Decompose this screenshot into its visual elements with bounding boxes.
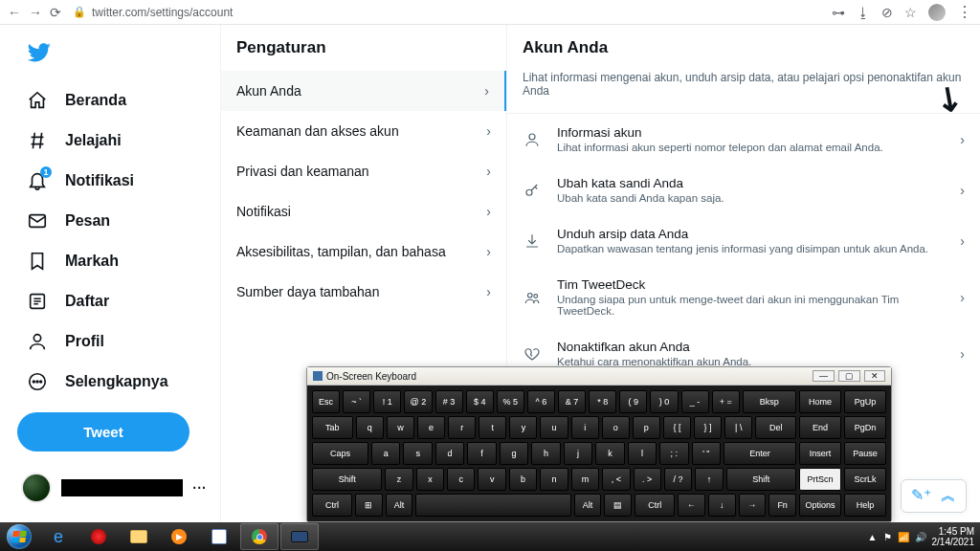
close-button[interactable]: ✕ bbox=[864, 370, 885, 382]
osk-key[interactable]: _ - bbox=[681, 390, 709, 413]
osk-key[interactable]: d bbox=[435, 442, 464, 465]
reload-button[interactable]: ⟳ bbox=[50, 5, 61, 20]
account-item-archive[interactable]: Unduh arsip data AndaDapatkan wawasan te… bbox=[507, 215, 980, 266]
osk-key[interactable]: End bbox=[799, 416, 841, 439]
osk-key[interactable]: f bbox=[467, 442, 496, 465]
osk-key[interactable]: ' " bbox=[692, 442, 721, 465]
osk-key[interactable]: , < bbox=[602, 468, 630, 491]
osk-key[interactable]: Options bbox=[799, 494, 841, 517]
start-button[interactable] bbox=[0, 522, 38, 551]
osk-key[interactable]: * 8 bbox=[589, 390, 616, 413]
osk-key[interactable]: Del bbox=[755, 416, 796, 439]
tweet-button[interactable]: Tweet bbox=[17, 412, 189, 452]
taskbar-app-calendar[interactable] bbox=[200, 523, 238, 550]
osk-key[interactable]: h bbox=[531, 442, 560, 465]
tray-show-hidden-icon[interactable]: ▲ bbox=[868, 532, 878, 542]
osk-key[interactable]: → bbox=[739, 494, 767, 517]
osk-key[interactable]: ~ ` bbox=[343, 390, 370, 413]
sidebar-item-more[interactable]: Selengkapnya bbox=[17, 363, 211, 401]
osk-key[interactable]: ( 9 bbox=[619, 390, 647, 413]
account-item-tweetdeck[interactable]: Tim TweetDeckUndang siapa pun untuk meng… bbox=[507, 266, 980, 328]
osk-key[interactable]: Pause bbox=[844, 442, 886, 465]
key-icon[interactable]: ⊶ bbox=[832, 5, 845, 20]
account-item-password[interactable]: Ubah kata sandi AndaUbah kata sandi Anda… bbox=[507, 165, 980, 215]
osk-key[interactable]: ) 0 bbox=[650, 390, 678, 413]
osk-key[interactable]: { [ bbox=[663, 416, 691, 439]
taskbar-app-chrome[interactable] bbox=[240, 523, 278, 550]
osk-key[interactable]: . > bbox=[634, 468, 661, 491]
osk-key[interactable]: ⊞ bbox=[355, 494, 383, 517]
osk-key[interactable]: ^ 6 bbox=[527, 390, 555, 413]
osk-key[interactable]: p bbox=[633, 416, 660, 439]
osk-key[interactable]: w bbox=[387, 416, 414, 439]
forward-button[interactable]: → bbox=[29, 5, 42, 20]
sidebar-item-profile[interactable]: Profil bbox=[17, 322, 211, 361]
osk-key[interactable]: ↑ bbox=[695, 468, 723, 491]
osk-key[interactable]: ! 1 bbox=[373, 390, 401, 413]
osk-key[interactable]: Ctrl bbox=[635, 494, 675, 517]
osk-key[interactable]: o bbox=[602, 416, 630, 439]
install-icon[interactable]: ⭳ bbox=[857, 5, 870, 20]
sidebar-item-home[interactable]: Beranda bbox=[17, 81, 211, 120]
compose-icon[interactable]: ✎⁺ bbox=[911, 486, 931, 506]
osk-key[interactable]: ; : bbox=[659, 442, 688, 465]
twitter-logo-icon[interactable] bbox=[17, 34, 211, 77]
osk-key[interactable]: q bbox=[356, 416, 384, 439]
osk-key[interactable]: | \ bbox=[724, 416, 752, 439]
osk-key[interactable]: Caps bbox=[312, 442, 368, 465]
osk-key[interactable]: l bbox=[628, 442, 657, 465]
osk-key[interactable]: + = bbox=[712, 390, 740, 413]
sidebar-item-explore[interactable]: Jelajahi bbox=[17, 121, 211, 160]
osk-key[interactable]: y bbox=[509, 416, 537, 439]
taskbar-app-ie[interactable]: e bbox=[39, 523, 78, 550]
osk-key[interactable]: Insert bbox=[799, 442, 841, 465]
menu-dots-icon[interactable]: ⋮ bbox=[957, 3, 972, 21]
osk-key[interactable]: ▤ bbox=[604, 494, 632, 517]
taskbar-app-mediaplayer[interactable]: ▶ bbox=[160, 523, 198, 550]
osk-key[interactable]: # 3 bbox=[435, 390, 463, 413]
osk-key[interactable]: s bbox=[403, 442, 432, 465]
osk-key[interactable]: Tab bbox=[312, 416, 353, 439]
osk-key[interactable]: Ctrl bbox=[312, 494, 352, 517]
settings-item-notifications[interactable]: Notifikasi› bbox=[221, 191, 506, 231]
osk-key[interactable]: @ 2 bbox=[404, 390, 432, 413]
osk-key[interactable]: i bbox=[571, 416, 599, 439]
osk-key[interactable]: Alt bbox=[386, 494, 413, 517]
back-button[interactable]: ← bbox=[8, 5, 21, 20]
profile-switcher[interactable]: ··· bbox=[17, 465, 211, 513]
osk-key[interactable]: b bbox=[509, 468, 537, 491]
sidebar-item-notifications[interactable]: 1 Notifikasi bbox=[17, 162, 211, 200]
scroll-top-icon[interactable]: ︽ bbox=[941, 486, 956, 506]
taskbar-app-explorer[interactable] bbox=[120, 523, 158, 550]
osk-key[interactable]: ← bbox=[678, 494, 705, 517]
osk-key[interactable]: z bbox=[385, 468, 412, 491]
tray-network-icon[interactable]: 📶 bbox=[898, 532, 909, 542]
address-bar[interactable]: 🔒 twitter.com/settings/account bbox=[73, 6, 820, 19]
osk-key[interactable]: k bbox=[595, 442, 624, 465]
tray-clock[interactable]: 1:45 PM 2/14/2021 bbox=[932, 526, 975, 547]
profile-avatar-icon[interactable] bbox=[928, 4, 946, 21]
osk-key[interactable]: e bbox=[417, 416, 445, 439]
star-icon[interactable]: ☆ bbox=[904, 5, 917, 20]
osk-key[interactable]: g bbox=[500, 442, 528, 465]
osk-key[interactable]: Alt bbox=[574, 494, 602, 517]
osk-key[interactable]: Bksp bbox=[743, 390, 796, 413]
osk-key[interactable]: Enter bbox=[724, 442, 796, 465]
account-item-info[interactable]: Informasi akunLihat informasi akun seper… bbox=[507, 114, 980, 165]
osk-key[interactable]: x bbox=[416, 468, 444, 491]
sidebar-item-bookmarks[interactable]: Markah bbox=[17, 242, 211, 280]
osk-key[interactable] bbox=[415, 494, 570, 517]
settings-item-accessibility[interactable]: Aksesibilitas, tampilan, dan bahasa› bbox=[221, 231, 506, 272]
taskbar-app-osk[interactable] bbox=[280, 523, 319, 550]
settings-item-account[interactable]: Akun Anda› bbox=[221, 71, 506, 111]
osk-key[interactable]: ScrLk bbox=[844, 468, 886, 491]
sidebar-item-lists[interactable]: Daftar bbox=[17, 282, 211, 320]
osk-key[interactable]: & 7 bbox=[558, 390, 586, 413]
osk-key[interactable]: PgUp bbox=[844, 390, 886, 413]
osk-key[interactable]: m bbox=[571, 468, 599, 491]
settings-item-privacy[interactable]: Privasi dan keamanan› bbox=[221, 151, 506, 191]
sidebar-item-messages[interactable]: Pesan bbox=[17, 202, 211, 240]
osk-key[interactable]: u bbox=[540, 416, 568, 439]
tray-volume-icon[interactable]: 🔊 bbox=[915, 532, 926, 542]
block-icon[interactable]: ⊘ bbox=[881, 5, 893, 20]
